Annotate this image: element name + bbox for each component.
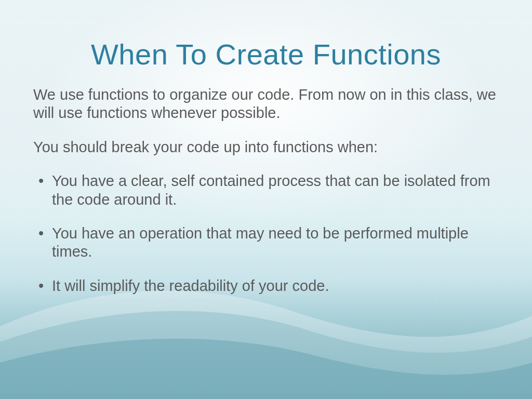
bullet-item: It will simplify the readability of your… [33,277,499,295]
bullet-item: You have a clear, self contained process… [33,172,499,209]
bullet-item: You have an operation that may need to b… [33,224,499,261]
slide-content: When To Create Functions We use function… [0,0,532,295]
slide-title: When To Create Functions [33,37,499,71]
intro-paragraph: We use functions to organize our code. F… [33,86,499,123]
lead-paragraph: You should break your code up into funct… [33,138,499,156]
bullet-list: You have a clear, self contained process… [33,172,499,295]
